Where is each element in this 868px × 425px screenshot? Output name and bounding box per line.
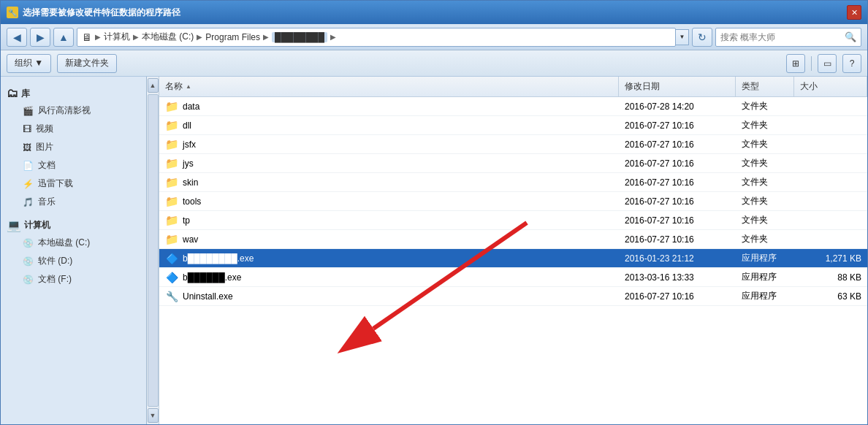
file-cell-type: 文件夹 (736, 230, 794, 248)
file-cell-type: 文件夹 (736, 211, 794, 229)
file-cell-name: 🔷 b██████.exe (159, 268, 619, 286)
file-name-label: dll (183, 120, 191, 131)
sidebar-computer-header: 💻 计算机 (1, 214, 146, 234)
file-type-label: 文件夹 (742, 195, 768, 207)
window-icon: 🔧 (7, 7, 18, 18)
file-cell-size (794, 116, 867, 134)
file-name-label: jsfx (183, 139, 196, 150)
help-button[interactable]: ? (842, 54, 861, 73)
thunder-label: 迅雷下载 (38, 177, 73, 190)
breadcrumb-dropdown[interactable]: ▼ (676, 29, 689, 45)
folder-icon: 📁 (165, 158, 178, 169)
organize-button[interactable]: 组织 ▼ (7, 54, 51, 73)
file-row[interactable]: 📁 tools 2016-07-27 10:16 文件夹 (159, 192, 867, 211)
sidebar-item-documents[interactable]: 📄 文档 (1, 156, 146, 175)
file-row[interactable]: 📁 jys 2016-07-27 10:16 文件夹 (159, 154, 867, 173)
view-large-button[interactable]: ▭ (818, 54, 837, 73)
sidebar-item-pictures[interactable]: 🖼 图片 (1, 138, 146, 156)
new-folder-button[interactable]: 新建文件夹 (57, 54, 117, 73)
file-type-label: 文件夹 (742, 176, 768, 188)
file-cell-type: 文件夹 (736, 192, 794, 210)
file-row[interactable]: 📁 wav 2016-07-27 10:16 文件夹 (159, 230, 867, 249)
main-window: 🔧 选择需要被修改硬件特征数据的程序路径 ✕ ◀ ▶ ▲ 🖥 ▶ 计算机 ▶ 本… (0, 0, 868, 425)
file-cell-type: 文件夹 (736, 97, 794, 115)
library-label: 库 (21, 88, 30, 100)
file-cell-size: 63 KB (794, 287, 867, 305)
file-name-label: wav (183, 234, 198, 245)
computer-label: 计算机 (24, 219, 50, 231)
view-details-button[interactable]: ⊞ (786, 54, 805, 73)
video-icon: 🎞 (23, 124, 31, 134)
thunder-icon: ⚡ (23, 179, 34, 189)
scroll-up-arrow[interactable]: ▲ (148, 78, 159, 93)
up-button[interactable]: ▲ (53, 28, 74, 47)
file-cell-date: 2016-07-27 10:16 (619, 211, 736, 229)
file-row[interactable]: 📁 jsfx 2016-07-27 10:16 文件夹 (159, 135, 867, 154)
file-cell-date: 2013-03-16 13:33 (619, 268, 736, 286)
file-cell-size (794, 230, 867, 248)
sidebar-item-movies[interactable]: 🎬 风行高清影视 (1, 102, 146, 120)
file-row[interactable]: 📁 data 2016-07-28 14:20 文件夹 (159, 97, 867, 116)
refresh-button[interactable]: ↻ (692, 28, 712, 47)
documents-label: 文档 (38, 159, 56, 172)
breadcrumb-app: ████████ (272, 32, 327, 42)
sidebar-item-ddrive[interactable]: 💿 软件 (D:) (1, 252, 146, 270)
breadcrumb-programfiles: Program Files (205, 32, 260, 42)
file-cell-size (794, 173, 867, 191)
file-cell-date: 2016-07-27 10:16 (619, 230, 736, 248)
col-header-size[interactable]: 大小 (794, 77, 867, 96)
breadcrumb-computer: 计算机 (104, 31, 130, 43)
sidebar-item-cdrive[interactable]: 💿 本地磁盘 (C:) (1, 234, 146, 252)
file-size-label: 63 KB (837, 291, 861, 302)
breadcrumb-icon: 🖥 (82, 31, 92, 43)
file-area: 名称 ▲ 修改日期 类型 大小 📁 (159, 77, 867, 424)
file-date-label: 2016-07-27 10:16 (625, 120, 694, 131)
sidebar-item-thunder[interactable]: ⚡ 迅雷下载 (1, 175, 146, 193)
sidebar-item-music[interactable]: 🎵 音乐 (1, 193, 146, 211)
col-header-date[interactable]: 修改日期 (619, 77, 736, 96)
folder-icon: 📁 (165, 196, 178, 207)
file-row[interactable]: 📁 dll 2016-07-27 10:16 文件夹 (159, 116, 867, 135)
documents-icon: 📄 (23, 161, 34, 171)
scroll-down-arrow[interactable]: ▼ (148, 408, 159, 423)
uninstall-icon: 🔧 (165, 291, 178, 302)
computer-icon: 💻 (7, 218, 21, 232)
navigation-bar: ◀ ▶ ▲ 🖥 ▶ 计算机 ▶ 本地磁盘 (C:) ▶ Program File… (1, 24, 867, 50)
file-name-label: skin (183, 177, 198, 188)
file-area-wrapper: ▲ ▼ 名称 ▲ 修改日期 类型 (147, 77, 867, 424)
fdrive-label: 文档 (F:) (38, 273, 72, 286)
file-row[interactable]: 📁 skin 2016-07-27 10:16 文件夹 (159, 173, 867, 192)
col-header-name[interactable]: 名称 ▲ (159, 77, 619, 96)
toolbar: 组织 ▼ 新建文件夹 ⊞ ▭ ? (1, 50, 867, 77)
file-date-label: 2016-07-27 10:16 (625, 139, 694, 150)
file-size-label: 1,271 KB (826, 253, 861, 264)
close-button[interactable]: ✕ (847, 5, 861, 20)
file-row[interactable]: 📁 tp 2016-07-27 10:16 文件夹 (159, 211, 867, 230)
folder-icon: 📁 (165, 139, 178, 150)
file-cell-size (794, 154, 867, 172)
folder-icon: 📁 (165, 101, 178, 112)
file-row[interactable]: 🔧 Uninstall.exe 2016-07-27 10:16 应用程序 63… (159, 287, 867, 306)
file-cell-size: 1,271 KB (794, 249, 867, 267)
file-type-label: 文件夹 (742, 233, 768, 245)
sidebar-scrollbar[interactable]: ▲ ▼ (147, 77, 159, 424)
file-row[interactable]: 🔷 b██████.exe 2013-03-16 13:33 应用程序 88 K… (159, 268, 867, 287)
forward-button[interactable]: ▶ (30, 28, 50, 47)
file-size-label: 88 KB (837, 272, 861, 283)
file-date-label: 2016-07-28 14:20 (625, 102, 694, 112)
file-date-label: 2016-07-27 10:16 (625, 215, 694, 226)
sidebar-item-video[interactable]: 🎞 视频 (1, 120, 146, 138)
scroll-thumb[interactable] (148, 94, 159, 407)
ddrive-label: 软件 (D:) (38, 255, 72, 267)
library-icon: 🗂 (7, 87, 18, 100)
file-list: 📁 data 2016-07-28 14:20 文件夹 📁 dll 2016-0… (159, 97, 867, 424)
file-row[interactable]: 🔷 b████████.exe 2016-01-23 21:12 应用程序 1,… (159, 249, 867, 268)
file-cell-size (794, 211, 867, 229)
search-icon[interactable]: 🔍 (845, 31, 856, 42)
sidebar-item-fdrive[interactable]: 💿 文档 (F:) (1, 270, 146, 288)
search-input[interactable] (720, 32, 842, 42)
file-date-label: 2016-07-27 10:16 (625, 291, 694, 302)
breadcrumb[interactable]: 🖥 ▶ 计算机 ▶ 本地磁盘 (C:) ▶ Program Files ▶ ██… (77, 28, 676, 47)
col-header-type[interactable]: 类型 (736, 77, 794, 96)
back-button[interactable]: ◀ (7, 28, 27, 47)
